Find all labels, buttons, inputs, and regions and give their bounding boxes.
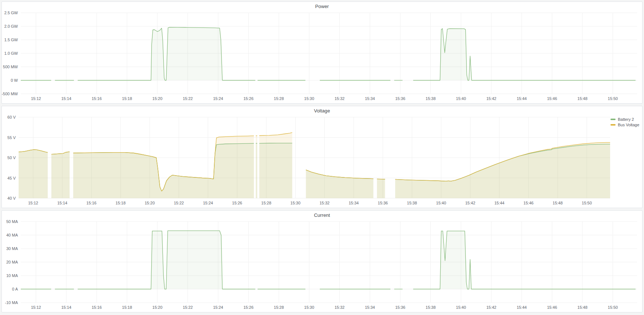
x-axis-tick-label: 15:32 <box>335 96 345 101</box>
series-line <box>377 179 385 179</box>
panel-title-power[interactable]: Power <box>2 4 642 9</box>
x-axis-tick-label: 15:38 <box>407 201 417 205</box>
x-axis-tick-label: 15:48 <box>577 305 588 310</box>
x-axis-tick-label: 15:48 <box>577 96 588 101</box>
x-axis-tick-label: 15:24 <box>203 201 213 205</box>
current-chart[interactable]: 50 MA40 MA30 MA20 MA10 MA0 A-10 MA15:121… <box>2 211 642 312</box>
x-axis-tick-label: 15:30 <box>304 305 315 310</box>
y-axis-tick-label: 10 MA <box>6 273 18 278</box>
x-axis-tick-label: 15:42 <box>465 201 475 205</box>
x-axis-tick-label: 15:26 <box>232 201 242 205</box>
x-axis-tick-label: 15:26 <box>243 96 254 101</box>
x-axis-tick-label: 15:44 <box>517 96 527 101</box>
voltage-chart[interactable]: 60 V55 V50 V45 V40 V15:1215:1415:1615:18… <box>2 106 642 208</box>
x-axis-tick-label: 15:44 <box>494 201 504 205</box>
x-axis-tick-label: 15:12 <box>31 96 41 101</box>
y-axis-tick-label: 40 V <box>7 196 16 200</box>
y-axis-tick-label: 60 V <box>7 115 16 119</box>
y-axis-tick-label: 30 MA <box>6 246 18 251</box>
series-line <box>259 143 292 143</box>
x-axis-tick-label: 15:24 <box>213 305 223 310</box>
legend-item-bus-voltage[interactable]: Bus Voltage <box>610 123 639 127</box>
series-line <box>78 27 255 80</box>
y-axis-tick-label: -500 MW <box>2 92 18 96</box>
x-axis-tick-label: 15:42 <box>486 305 496 310</box>
x-axis-tick-label: 15:12 <box>31 305 41 310</box>
y-axis-tick-label: 500 MW <box>3 65 18 69</box>
x-axis-tick-label: 15:18 <box>122 96 132 101</box>
y-axis-tick-label: 40 MA <box>6 233 18 237</box>
x-axis-tick-label: 15:26 <box>243 305 254 310</box>
series-area <box>377 179 385 198</box>
x-axis-tick-label: 15:50 <box>582 201 592 205</box>
legend-swatch <box>610 119 616 120</box>
x-axis-tick-label: 15:22 <box>183 96 193 101</box>
x-axis-tick-label: 15:28 <box>274 96 284 101</box>
x-axis-tick-label: 15:42 <box>486 96 496 101</box>
x-axis-tick-label: 15:16 <box>86 201 97 205</box>
panel-title-current[interactable]: Current <box>2 212 642 218</box>
x-axis-tick-label: 15:50 <box>608 96 618 101</box>
legend-label: Bus Voltage <box>618 123 639 127</box>
legend-item-battery-2[interactable]: Battery 2 <box>610 117 639 122</box>
y-axis-tick-label: -10 MA <box>5 300 18 305</box>
y-axis-tick-label: 45 V <box>7 176 16 180</box>
x-axis-tick-label: 15:18 <box>116 201 126 205</box>
x-axis-tick-label: 15:38 <box>426 96 436 101</box>
x-axis-tick-label: 15:32 <box>335 305 345 310</box>
x-axis-tick-label: 15:38 <box>426 305 436 310</box>
x-axis-tick-label: 15:34 <box>349 201 359 205</box>
x-axis-tick-label: 15:28 <box>274 305 284 310</box>
x-axis-tick-label: 15:30 <box>304 96 315 101</box>
x-axis-tick-label: 15:36 <box>395 96 405 101</box>
x-axis-tick-label: 15:28 <box>261 201 272 205</box>
x-axis-tick-label: 15:40 <box>456 96 466 101</box>
x-axis-tick-label: 15:50 <box>608 305 618 310</box>
legend-swatch <box>610 124 616 126</box>
x-axis-tick-label: 15:48 <box>553 201 563 205</box>
series-line <box>78 231 255 289</box>
x-axis-tick-label: 15:36 <box>395 305 405 310</box>
x-axis-tick-label: 15:22 <box>183 305 193 310</box>
x-axis-tick-label: 15:46 <box>547 96 557 101</box>
y-axis-tick-label: 0 W <box>11 78 18 82</box>
x-axis-tick-label: 15:46 <box>547 305 557 310</box>
dashboard: Power 2.5 GW2.0 GW1.5 GW1.0 GW500 MW0 W-… <box>0 0 644 314</box>
x-axis-tick-label: 15:24 <box>213 96 223 101</box>
y-axis-tick-label: 50 MA <box>6 219 18 224</box>
y-axis-tick-label: 0 A <box>12 287 18 291</box>
x-axis-tick-label: 15:20 <box>152 96 163 101</box>
x-axis-tick-label: 15:22 <box>174 201 184 205</box>
x-axis-tick-label: 15:34 <box>365 305 375 310</box>
current-panel: Current 50 MA40 MA30 MA20 MA10 MA0 A-10 … <box>1 210 643 312</box>
y-axis-tick-label: 1.5 GW <box>4 38 18 42</box>
y-axis-tick-label: 2.0 GW <box>4 24 18 28</box>
x-axis-tick-label: 15:40 <box>456 305 466 310</box>
x-axis-tick-label: 15:20 <box>152 305 163 310</box>
series-area <box>395 142 610 198</box>
y-axis-tick-label: 20 MA <box>6 260 18 264</box>
x-axis-tick-label: 15:16 <box>91 96 102 101</box>
x-axis-tick-label: 15:30 <box>290 201 301 205</box>
x-axis-tick-label: 15:44 <box>517 305 527 310</box>
chart-legend: Battery 2Bus Voltage <box>610 117 639 127</box>
series-area <box>19 150 48 198</box>
y-axis-tick-label: 1.0 GW <box>4 51 18 55</box>
x-axis-tick-label: 15:18 <box>122 305 132 310</box>
y-axis-tick-label: 2.5 GW <box>4 11 18 15</box>
x-axis-tick-label: 15:20 <box>145 201 155 205</box>
x-axis-tick-label: 15:36 <box>378 201 388 205</box>
legend-label: Battery 2 <box>618 117 634 122</box>
voltage-panel: Voltage 60 V55 V50 V45 V40 V15:1215:1415… <box>1 106 643 208</box>
x-axis-tick-label: 15:14 <box>61 96 71 101</box>
x-axis-tick-label: 15:16 <box>91 305 102 310</box>
x-axis-tick-label: 15:14 <box>57 201 67 205</box>
series-area <box>51 152 70 198</box>
y-axis-tick-label: 50 V <box>7 155 16 160</box>
panel-title-voltage[interactable]: Voltage <box>2 108 642 114</box>
series-area <box>256 136 257 198</box>
x-axis-tick-label: 15:46 <box>523 201 534 205</box>
series-area <box>259 132 292 198</box>
power-panel: Power 2.5 GW2.0 GW1.5 GW1.0 GW500 MW0 W-… <box>1 1 643 104</box>
power-chart[interactable]: 2.5 GW2.0 GW1.5 GW1.0 GW500 MW0 W-500 MW… <box>2 2 642 103</box>
